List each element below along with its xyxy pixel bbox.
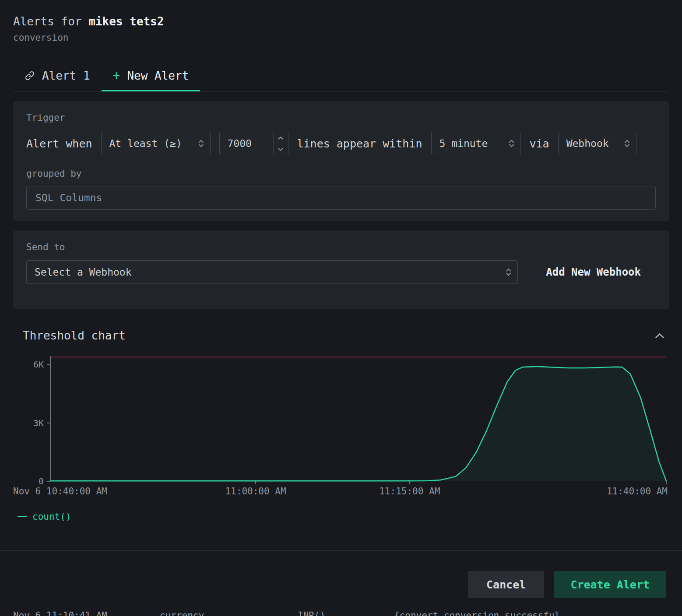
svg-text:0: 0 bbox=[39, 476, 44, 486]
channel-select[interactable]: Webhook bbox=[558, 132, 636, 155]
modal-footer: Cancel Create Alert bbox=[0, 550, 682, 616]
threshold-spinner bbox=[273, 132, 288, 155]
footer-buttons: Cancel Create Alert bbox=[0, 551, 682, 598]
trigger-controls-row: Alert when At least (≥) 7000 bbox=[26, 132, 656, 155]
trigger-panel: Trigger Alert when At least (≥) 7000 bbox=[13, 101, 669, 221]
tab-alert-1[interactable]: Alert 1 bbox=[13, 60, 102, 91]
chevron-updown-icon bbox=[198, 140, 204, 147]
send-to-panel: Send to Select a Webhook Add New Webhook bbox=[13, 231, 669, 309]
log-column-currency: currency bbox=[160, 610, 204, 616]
collapse-chevron-icon[interactable] bbox=[655, 333, 669, 339]
interval-select[interactable]: 5 minute bbox=[431, 132, 521, 155]
chart-title: Threshold chart bbox=[23, 329, 126, 342]
condition-select[interactable]: At least (≥) bbox=[101, 132, 211, 155]
chart-legend: count() bbox=[18, 511, 669, 522]
alert-when-label: Alert when bbox=[26, 137, 92, 150]
x-tick-label: 11:00:00 AM bbox=[225, 486, 286, 497]
log-timestamp: Nov 6 11:10:41 AM bbox=[13, 610, 107, 616]
legend-line-swatch bbox=[18, 516, 27, 517]
svg-text:3K: 3K bbox=[33, 418, 44, 428]
trigger-section-label: Trigger bbox=[26, 112, 656, 123]
log-message: {convert conversion successful bbox=[394, 610, 560, 616]
x-tick-label: 11:40:00 AM bbox=[607, 486, 668, 497]
threshold-chart: 03K6K Nov 6 10:40:00 AM 11:00:00 AM 11:1… bbox=[13, 354, 669, 500]
log-column-inr: INR() bbox=[298, 610, 325, 616]
plus-icon: + bbox=[113, 70, 120, 82]
channel-select-value: Webhook bbox=[566, 138, 609, 149]
page-title-prefix: Alerts for bbox=[13, 15, 82, 28]
tab-new-alert[interactable]: + New Alert bbox=[102, 60, 200, 91]
condition-select-value: At least (≥) bbox=[109, 138, 182, 149]
grouped-by-label: grouped by bbox=[26, 168, 656, 179]
chevron-updown-icon bbox=[509, 140, 514, 147]
series-area-fill bbox=[50, 367, 666, 481]
x-tick-label: 11:15:00 AM bbox=[379, 486, 440, 497]
cancel-button[interactable]: Cancel bbox=[468, 571, 544, 598]
chevron-updown-icon bbox=[624, 140, 630, 147]
x-axis-ticks bbox=[256, 481, 666, 484]
x-tick-label: Nov 6 10:40:00 AM bbox=[13, 486, 107, 497]
threshold-chart-section: Threshold chart 03K6K Nov 6 10:40:00 AM … bbox=[13, 329, 669, 522]
page-title: Alerts for mikes tets2 bbox=[13, 15, 669, 28]
via-label: via bbox=[530, 137, 549, 150]
threshold-value: 7000 bbox=[220, 132, 273, 155]
decrement-button[interactable] bbox=[274, 144, 288, 155]
send-to-label: Send to bbox=[26, 242, 656, 252]
alert-modal: Alerts for mikes tets2 conversion Alert … bbox=[0, 0, 682, 616]
alert-tabs: Alert 1 + New Alert bbox=[13, 60, 669, 91]
chevron-updown-icon bbox=[506, 268, 511, 276]
threshold-input[interactable]: 7000 bbox=[219, 132, 288, 155]
add-webhook-button[interactable]: Add New Webhook bbox=[546, 266, 641, 278]
send-to-row: Select a Webhook Add New Webhook bbox=[26, 260, 656, 284]
tab-alert-1-label: Alert 1 bbox=[42, 69, 90, 82]
lines-within-label: lines appear within bbox=[297, 137, 422, 150]
modal-header: Alerts for mikes tets2 conversion bbox=[13, 0, 669, 43]
background-log-row: Nov 6 11:10:41 AM currency INR() {conver… bbox=[0, 610, 682, 616]
page-title-source-name: mikes tets2 bbox=[88, 15, 164, 28]
chart-header: Threshold chart bbox=[13, 329, 669, 342]
webhook-select[interactable]: Select a Webhook bbox=[26, 260, 518, 284]
page-subtitle: conversion bbox=[13, 32, 669, 43]
interval-select-value: 5 minute bbox=[439, 138, 488, 149]
legend-series-label: count() bbox=[32, 511, 71, 522]
tab-new-alert-label: New Alert bbox=[127, 69, 189, 82]
y-axis-ticks: 03K6K bbox=[33, 359, 50, 486]
create-alert-button[interactable]: Create Alert bbox=[554, 571, 666, 598]
svg-text:6K: 6K bbox=[33, 359, 44, 370]
group-by-input[interactable] bbox=[26, 186, 656, 210]
increment-button[interactable] bbox=[274, 132, 288, 144]
webhook-select-placeholder: Select a Webhook bbox=[35, 266, 132, 278]
link-icon bbox=[25, 70, 35, 81]
